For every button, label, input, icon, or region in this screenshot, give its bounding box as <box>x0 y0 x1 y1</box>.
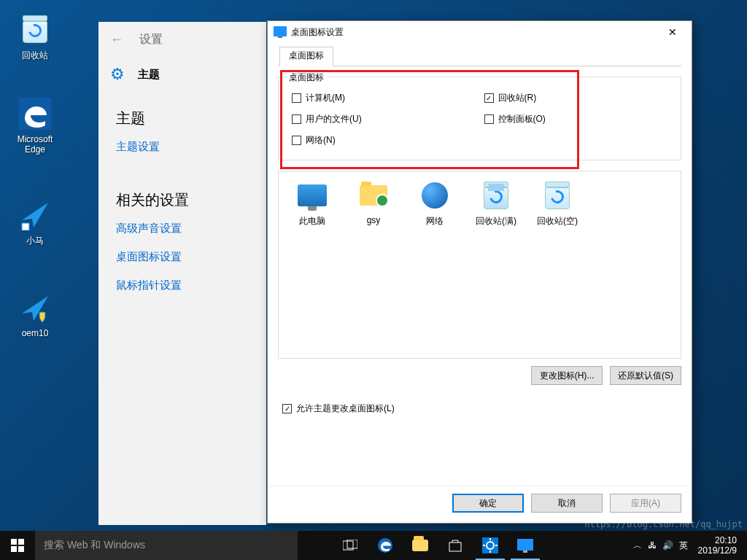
clock-date: 2019/12/9 <box>698 545 737 556</box>
paperplane-icon <box>18 197 53 232</box>
svg-rect-2 <box>22 223 29 230</box>
monitor-icon <box>297 180 328 211</box>
icon-item-label: 回收站(空) <box>528 215 587 228</box>
checkbox-icon <box>484 114 494 124</box>
icon-item-network[interactable]: 网络 <box>406 179 464 228</box>
svg-rect-20 <box>517 539 533 551</box>
user-folder-icon <box>358 180 389 211</box>
icon-item-this-pc[interactable]: 此电脑 <box>283 179 341 228</box>
checkbox-network[interactable]: 网络(N) <box>287 130 480 151</box>
dialog-title: 桌面图标设置 <box>291 26 658 39</box>
checkbox-recyclebin[interactable]: ✓回收站(R) <box>480 88 673 109</box>
tray-chevron-icon[interactable]: ︿ <box>633 540 642 552</box>
checkbox-icon <box>292 136 301 145</box>
recycle-full-icon <box>481 180 511 211</box>
watermark-text: https://blog.csdn.net/qq_hujpt <box>584 519 743 529</box>
taskbar-search-input[interactable]: 搜索 Web 和 Windows <box>35 531 298 560</box>
icon-item-recycle-full[interactable]: 回收站(满) <box>467 179 525 228</box>
svg-rect-4 <box>274 26 287 36</box>
gear-icon: ⚙ <box>110 65 125 84</box>
globe-icon <box>419 180 450 211</box>
section-heading-theme: 主题 <box>98 98 266 133</box>
clock-time: 20:10 <box>698 535 737 545</box>
desktop-icon-settings-dialog: 桌面图标设置 ✕ 桌面图标 桌面图标 计算机(M) 用户的文件(U) 网络(N)… <box>267 20 692 524</box>
section-heading-related: 相关的设置 <box>98 180 266 214</box>
checkbox-icon: ✓ <box>484 93 494 103</box>
checkbox-controlpanel[interactable]: 控制面板(O) <box>480 109 673 130</box>
icon-item-user[interactable]: gsy <box>344 179 403 225</box>
taskbar-dialog[interactable] <box>508 531 543 560</box>
tray-volume-icon[interactable]: 🔊 <box>662 540 673 551</box>
checkbox-computer[interactable]: 计算机(M) <box>287 88 480 109</box>
desktop-icon-app1[interactable]: 小马 <box>7 197 63 247</box>
system-tray[interactable]: ︿ 🖧 🔊 英 20:10 2019/12/9 <box>627 535 747 556</box>
desktop-icon-label: oem10 <box>7 328 63 338</box>
taskview-button[interactable] <box>333 531 368 560</box>
desktop-icon-label: 回收站 <box>7 50 63 62</box>
icon-item-label: 此电脑 <box>283 215 341 228</box>
taskbar: 搜索 Web 和 Windows ︿ 🖧 🔊 英 20:10 2019/12/9 <box>0 531 747 560</box>
start-button[interactable] <box>0 531 35 560</box>
tab-desktop-icons[interactable]: 桌面图标 <box>279 47 333 66</box>
tray-ime-icon[interactable]: 英 <box>679 540 688 552</box>
ok-button[interactable]: 确定 <box>452 494 524 513</box>
link-advanced-sound[interactable]: 高级声音设置 <box>98 214 266 243</box>
apply-button[interactable]: 应用(A) <box>610 494 681 513</box>
taskbar-store[interactable] <box>438 531 473 560</box>
desktop-icon-label: Microsoft Edge <box>7 134 63 155</box>
icon-item-recycle-empty[interactable]: 回收站(空) <box>528 179 587 228</box>
search-placeholder: 搜索 Web 和 Windows <box>44 539 145 552</box>
dialog-icon <box>274 26 287 39</box>
link-theme-settings[interactable]: 主题设置 <box>98 133 266 161</box>
desktop-icon-recycle-bin[interactable]: 回收站 <box>7 12 63 62</box>
recycle-empty-icon <box>542 180 573 211</box>
taskbar-clock[interactable]: 20:10 2019/12/9 <box>694 535 741 556</box>
change-icon-button[interactable]: 更改图标(H)... <box>531 366 603 385</box>
paperplane-shield-icon <box>18 290 53 325</box>
icon-item-label: gsy <box>344 215 403 225</box>
svg-rect-7 <box>18 539 24 545</box>
link-desktop-icon-settings[interactable]: 桌面图标设置 <box>98 243 266 271</box>
link-mouse-pointer-settings[interactable]: 鼠标指针设置 <box>98 271 266 300</box>
checkbox-icon <box>292 114 301 124</box>
checkbox-icon: ✓ <box>282 404 292 413</box>
desktop-icon-app2[interactable]: oem10 <box>7 290 63 338</box>
taskbar-edge[interactable] <box>368 531 403 560</box>
svg-rect-9 <box>18 546 24 552</box>
category-title: 主题 <box>138 68 160 82</box>
icon-preview-well: 此电脑 gsy 网络 回收站(满) 回收站(空) <box>278 171 681 359</box>
cancel-button[interactable]: 取消 <box>531 494 603 513</box>
close-button[interactable]: ✕ <box>658 22 687 42</box>
svg-rect-21 <box>523 551 527 553</box>
svg-rect-13 <box>449 542 461 551</box>
checkbox-icon <box>292 93 301 103</box>
edge-icon <box>18 96 53 131</box>
back-button[interactable]: ← <box>110 32 123 47</box>
tray-network-icon[interactable]: 🖧 <box>648 540 657 551</box>
taskbar-explorer[interactable] <box>403 531 438 560</box>
settings-sidebar: ← 设置 ⚙ 主题 主题 主题设置 相关的设置 高级声音设置 桌面图标设置 鼠标… <box>98 22 266 525</box>
icon-item-label: 回收站(满) <box>467 215 525 228</box>
group-legend: 桌面图标 <box>286 71 327 84</box>
group-desktop-icons: 桌面图标 计算机(M) 用户的文件(U) 网络(N) ✓回收站(R) 控制面板(… <box>278 77 681 160</box>
taskbar-settings[interactable] <box>473 531 508 560</box>
restore-defaults-button[interactable]: 还原默认值(S) <box>610 366 681 385</box>
svg-rect-5 <box>278 36 282 38</box>
tabstrip: 桌面图标 <box>278 46 681 66</box>
desktop-icon-label: 小马 <box>7 235 63 247</box>
dialog-titlebar[interactable]: 桌面图标设置 ✕ <box>268 21 692 43</box>
svg-rect-6 <box>11 539 17 545</box>
recycle-bin-icon <box>18 12 53 47</box>
desktop-icon-edge[interactable]: Microsoft Edge <box>7 96 63 155</box>
svg-rect-8 <box>11 546 17 552</box>
settings-heading: 设置 <box>139 32 163 47</box>
icon-item-label: 网络 <box>406 215 464 228</box>
checkbox-allow-theme[interactable]: ✓允许主题更改桌面图标(L) <box>278 398 681 419</box>
checkbox-userfiles[interactable]: 用户的文件(U) <box>287 109 480 130</box>
